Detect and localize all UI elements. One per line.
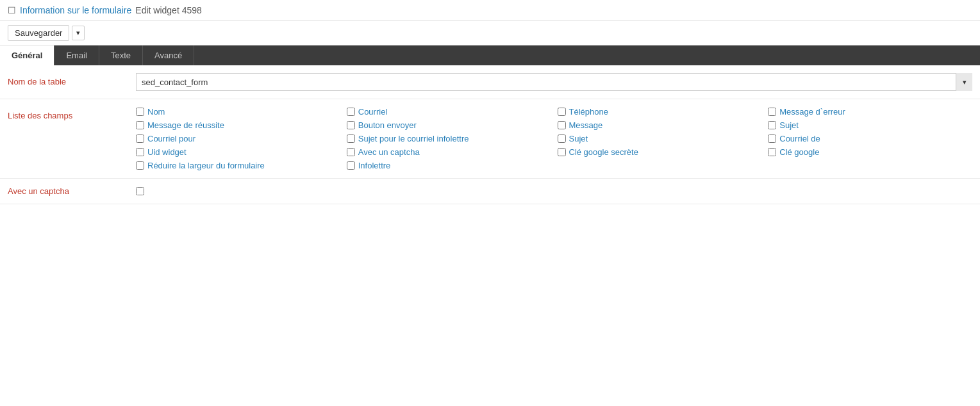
field-checkbox-sujet-col4[interactable] [768,121,776,129]
field-checkbox-reduire-largeur[interactable] [136,161,144,170]
list-item: Téléphone [558,107,762,117]
table-name-select-wrapper: sed_contact_form ▾ [136,73,972,91]
field-checkbox-telephone[interactable] [558,108,566,116]
field-label-sujet-col4[interactable]: Sujet [779,120,799,130]
field-checkbox-avec-captcha[interactable] [347,148,355,156]
field-label-nom[interactable]: Nom [147,107,165,117]
fields-row: Liste des champs Nom Courriel Téléphone [0,99,980,179]
table-name-control: sed_contact_form ▾ [136,73,972,91]
tab-avance[interactable]: Avancé [143,45,194,65]
tab-email[interactable]: Email [54,45,99,65]
field-checkbox-sujet[interactable] [558,134,566,143]
field-label-cle-google[interactable]: Clé google [779,147,819,157]
captcha-checkbox[interactable] [136,187,144,195]
field-label-bouton-envoyer[interactable]: Bouton envoyer [358,120,417,130]
form-section: Nom de la table sed_contact_form ▾ Liste… [0,65,980,204]
list-item: Sujet pour le courriel infolettre [347,134,551,143]
field-label-courriel[interactable]: Courriel [358,107,388,117]
field-checkbox-sujet-infolettre[interactable] [347,134,355,143]
checkbox-grid: Nom Courriel Téléphone Message d`erreur [136,107,972,170]
field-checkbox-uid-widget[interactable] [136,148,144,156]
field-label-uid-widget[interactable]: Uid widget [147,147,187,157]
save-button[interactable]: Sauvegarder [8,25,69,41]
list-item: Message de réussite [136,120,340,130]
page-title: Edit widget 4598 [135,5,202,15]
tab-bar: Général Email Texte Avancé [0,45,980,65]
field-label-sujet-infolettre[interactable]: Sujet pour le courriel infolettre [358,134,469,143]
fields-control: Nom Courriel Téléphone Message d`erreur [136,107,972,170]
list-item: Clé google secrète [558,147,762,157]
table-name-label: Nom de la table [8,73,136,86]
list-item: Avec un captcha [347,147,551,157]
field-checkbox-courriel-de[interactable] [768,134,776,143]
field-checkbox-cle-google[interactable] [768,148,776,156]
field-checkbox-message-erreur[interactable] [768,108,776,116]
list-item: Clé google [768,147,972,157]
field-label-courriel-de[interactable]: Courriel de [779,134,820,143]
list-item: Courriel [347,107,551,117]
captcha-row: Avec un captcha [0,179,980,204]
field-label-courriel-pour[interactable]: Courriel pour [147,134,195,143]
list-item: Réduire la largeur du formulaire [136,161,340,170]
table-name-select[interactable]: sed_contact_form [136,73,972,91]
form-icon: ☐ [8,5,16,15]
field-label-sujet[interactable]: Sujet [569,134,588,143]
field-checkbox-message[interactable] [558,121,566,129]
field-label-infolettre[interactable]: Infolettre [358,161,391,170]
field-checkbox-cle-google-secrete[interactable] [558,148,566,156]
list-item: Courriel pour [136,134,340,143]
field-label-message-reussite[interactable]: Message de réussite [147,120,224,130]
list-item: Uid widget [136,147,340,157]
tab-general[interactable]: Général [0,45,54,65]
field-checkbox-infolettre[interactable] [347,161,355,170]
field-checkbox-bouton-envoyer[interactable] [347,121,355,129]
field-label-message-erreur[interactable]: Message d`erreur [779,107,845,117]
list-item: Courriel de [768,134,972,143]
breadcrumb-bar: ☐ Information sur le formulaire Edit wid… [0,0,980,21]
tab-texte[interactable]: Texte [99,45,143,65]
action-bar: Sauvegarder ▾ [0,21,980,45]
field-checkbox-courriel-pour[interactable] [136,134,144,143]
save-dropdown-button[interactable]: ▾ [72,26,85,40]
list-item: Sujet [768,120,972,130]
list-item: Bouton envoyer [347,120,551,130]
list-item: Nom [136,107,340,117]
field-label-reduire-largeur[interactable]: Réduire la largeur du formulaire [147,161,265,170]
field-label-cle-google-secrete[interactable]: Clé google secrète [569,147,638,157]
field-checkbox-message-reussite[interactable] [136,121,144,129]
list-item: Sujet [558,134,762,143]
list-item: Message [558,120,762,130]
table-name-row: Nom de la table sed_contact_form ▾ [0,65,980,99]
field-label-avec-captcha[interactable]: Avec un captcha [358,147,420,157]
field-label-telephone[interactable]: Téléphone [569,107,608,117]
field-checkbox-nom[interactable] [136,108,144,116]
list-item: Infolettre [347,161,551,170]
list-item: Message d`erreur [768,107,972,117]
captcha-label: Avec un captcha [8,186,136,196]
breadcrumb-link[interactable]: Information sur le formulaire [20,5,131,15]
fields-label: Liste des champs [8,107,136,120]
field-label-message[interactable]: Message [569,120,603,130]
field-checkbox-courriel[interactable] [347,108,355,116]
